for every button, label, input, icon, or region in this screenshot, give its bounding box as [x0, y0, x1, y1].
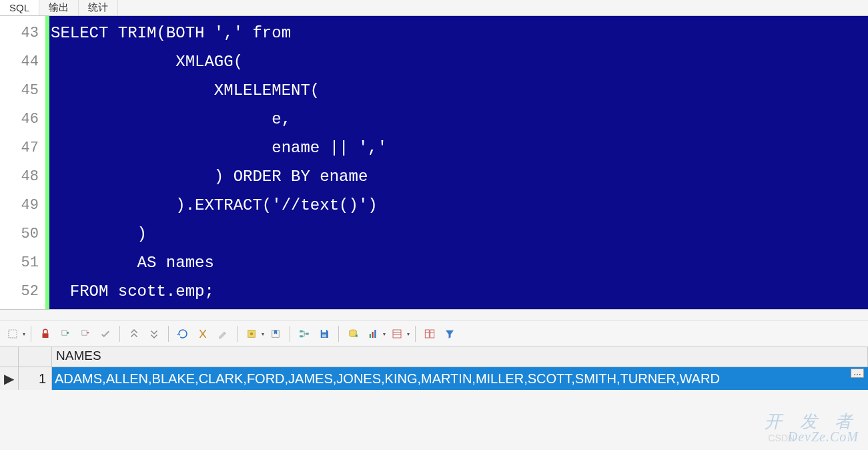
select-mode-button[interactable]: ▾ [4, 325, 25, 343]
refresh-button[interactable] [174, 325, 191, 343]
single-record-button[interactable]: ▾ [388, 325, 410, 343]
line-number: 50 [0, 220, 45, 248]
chevron-down-icon: ▾ [383, 331, 386, 337]
svg-rect-0 [9, 330, 17, 338]
add-row-button[interactable] [57, 325, 74, 343]
clear-button[interactable] [214, 325, 232, 343]
svg-rect-18 [425, 330, 429, 338]
tab-stats[interactable]: 统计 [79, 0, 118, 15]
table-row: ▶ 1 ADAMS,ALLEN,BLAKE,CLARK,FORD,JAMES,J… [0, 367, 868, 390]
svg-rect-19 [430, 330, 434, 338]
line-number: 51 [0, 248, 45, 277]
lock-button[interactable] [37, 325, 54, 343]
chevron-down-icon: ▾ [23, 331, 25, 337]
svg-rect-6 [300, 330, 303, 332]
line-number: 44 [0, 47, 45, 76]
commit-button[interactable] [97, 325, 114, 343]
svg-point-4 [250, 332, 254, 336]
save-button[interactable] [316, 325, 333, 343]
current-row-indicator[interactable]: ▶ [0, 367, 19, 390]
filter-button[interactable] [441, 325, 458, 343]
tab-sql[interactable]: SQL [0, 0, 39, 15]
code-line[interactable]: ename || ',' [51, 134, 868, 162]
svg-rect-12 [370, 334, 371, 338]
results-grid: NAMES ▶ 1 ADAMS,ALLEN,BLAKE,CLARK,FORD,J… [0, 347, 868, 390]
svg-rect-10 [322, 334, 326, 338]
svg-rect-1 [43, 333, 49, 338]
row-number[interactable]: 1 [19, 367, 52, 390]
line-number: 45 [0, 76, 45, 105]
sql-editor: 43444546474849505152 SELECT TRIM(BOTH ',… [0, 16, 868, 310]
code-line[interactable]: AS names [51, 248, 868, 277]
cell-value: ADAMS,ALLEN,BLAKE,CLARK,FORD,JAMES,JONES… [55, 371, 720, 387]
wizard-button[interactable]: ▾ [243, 325, 264, 343]
bookmark-button[interactable] [267, 325, 284, 343]
code-line[interactable]: e, [51, 105, 868, 134]
svg-rect-15 [393, 330, 401, 338]
code-line[interactable]: ).EXTRACT('//text()') [51, 191, 868, 220]
svg-rect-14 [374, 330, 376, 338]
cell-names[interactable]: ADAMS,ALLEN,BLAKE,CLARK,FORD,JAMES,JONES… [52, 367, 868, 390]
find-button[interactable] [194, 325, 211, 343]
code-line[interactable]: XMLAGG( [51, 47, 868, 76]
grid-header: NAMES [0, 347, 868, 367]
line-number: 47 [0, 134, 45, 162]
line-number: 43 [0, 19, 45, 47]
line-number: 48 [0, 162, 45, 191]
rownum-header[interactable] [19, 347, 52, 367]
line-number: 49 [0, 191, 45, 220]
tab-output[interactable]: 输出 [39, 0, 79, 15]
svg-rect-13 [372, 332, 374, 338]
code-line[interactable]: FROM scott.emp; [51, 277, 868, 306]
export-button[interactable] [344, 325, 362, 343]
code-line[interactable]: ) ORDER BY ename [51, 162, 868, 191]
svg-rect-8 [306, 333, 309, 335]
delete-row-button[interactable] [77, 325, 94, 343]
code-line[interactable]: ) [51, 220, 868, 248]
chevron-down-icon: ▾ [262, 331, 264, 337]
line-number: 52 [0, 277, 45, 306]
svg-rect-7 [300, 335, 303, 337]
scroll-top-button[interactable] [125, 325, 143, 343]
chart-button[interactable]: ▾ [364, 325, 386, 343]
linked-query-button[interactable] [296, 325, 313, 343]
line-gutter: 43444546474849505152 [0, 16, 45, 309]
column-header-names[interactable]: NAMES [52, 347, 868, 367]
row-indicator-header[interactable] [0, 347, 19, 367]
code-area[interactable]: SELECT TRIM(BOTH ',' from XMLAGG( XMLELE… [49, 16, 868, 309]
multi-record-button[interactable] [421, 325, 438, 343]
csdn-watermark: CSDN [768, 433, 795, 443]
chevron-down-icon: ▾ [407, 331, 410, 337]
cell-expand-button[interactable]: … [851, 369, 864, 378]
results-toolbar: ▾ ▾ ▾ ▾ [0, 320, 868, 347]
editor-tab-bar: SQL 输出 统计 [0, 0, 868, 16]
svg-rect-9 [322, 330, 326, 332]
scroll-bottom-button[interactable] [145, 325, 163, 343]
svg-point-2 [202, 333, 204, 335]
code-line[interactable]: SELECT TRIM(BOTH ',' from [51, 19, 868, 47]
code-line[interactable]: XMLELEMENT( [51, 76, 868, 105]
line-number: 46 [0, 105, 45, 134]
